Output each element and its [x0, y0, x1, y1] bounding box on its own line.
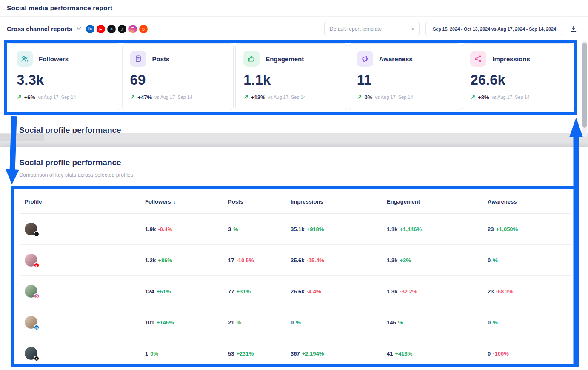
- table-row[interactable]: ♪ 1.9k-0.4% 3% 35.1k+918%: [20, 214, 571, 245]
- platform-badge-icon: [34, 293, 40, 299]
- download-icon[interactable]: [569, 25, 578, 33]
- channel-icon[interactable]: ♪: [118, 25, 126, 33]
- kpi-value: 26.6k: [470, 72, 566, 88]
- metric-change: %: [493, 319, 498, 326]
- posts-cell: 21%: [223, 307, 285, 338]
- engagement-cell: 41+413%: [382, 338, 482, 369]
- metric-change: +231%: [236, 350, 254, 357]
- avatar[interactable]: ▶: [25, 254, 37, 267]
- engagement-cell: 1.3k+3%: [382, 245, 482, 276]
- badge-glyph: ▶: [36, 264, 38, 267]
- channel-icon[interactable]: in: [86, 25, 94, 33]
- metric-change: +86%: [158, 257, 172, 264]
- kpi-value: 3.3k: [17, 72, 112, 88]
- kpi-label: Engagement: [265, 55, 304, 63]
- platform-badge-icon: X: [34, 356, 40, 361]
- metric-value: 53: [228, 350, 234, 357]
- kpi-comparison-period: vs Aug 17–Sep 14: [375, 95, 413, 100]
- followers-cell: 101+146%: [140, 307, 223, 338]
- table-row[interactable]: ▶ 1.2k+86% 17-10.5% 35.6k-15.4%: [20, 245, 571, 276]
- avatar[interactable]: [25, 285, 37, 298]
- channel-icon[interactable]: X: [107, 25, 116, 33]
- badge-glyph: [36, 295, 38, 298]
- kpi-change: +8%: [478, 94, 489, 100]
- column-header-engagement[interactable]: Engagement: [382, 190, 482, 214]
- metric-value: 0: [488, 257, 491, 264]
- report-toolbar: Cross channel reports in ▶ X ♪ ☺: [0, 20, 579, 37]
- kpi-comparison-period: vs Aug 17–Sep 14: [268, 95, 306, 100]
- metric-change: +1,050%: [496, 226, 518, 232]
- metric-change: +2,194%: [302, 350, 324, 357]
- kpi-comparison-period: vs Aug 17–Sep 14: [38, 95, 76, 100]
- kpi-card-posts: Posts 69 ↗ +47% vs Aug 17–Sep 14: [122, 43, 234, 110]
- column-header-followers[interactable]: Followers↓: [140, 190, 223, 214]
- table-row[interactable]: in 101+146% 21% 0%: [20, 307, 571, 338]
- posts-cell: 3%: [223, 214, 285, 245]
- trend-up-icon: ↗: [470, 94, 475, 100]
- metric-change: +918%: [307, 226, 324, 232]
- column-header-impressions[interactable]: Impressions: [285, 190, 382, 214]
- avatar[interactable]: in: [25, 316, 37, 329]
- metric-value: 23: [488, 226, 494, 232]
- trend-up-icon: ↗: [243, 94, 248, 100]
- kpi-cards-row: Followers 3.3k ↗ +6% vs Aug 17–Sep 14 Po…: [9, 43, 574, 110]
- metric-value: 17: [228, 257, 234, 264]
- profile-cell: [20, 276, 140, 307]
- channel-icon[interactable]: [128, 25, 137, 33]
- kpi-comparison-period: vs Aug 17–Sep 14: [492, 95, 530, 100]
- metric-change: %: [398, 319, 403, 326]
- table-header-row: Profile Followers↓ Posts Impressions Eng…: [20, 190, 571, 214]
- table-row[interactable]: X 10% 53+231% 367+2,194%: [20, 338, 571, 369]
- date-range-picker[interactable]: Sep 15, 2024 - Oct 13, 2024 vs Aug 17, 2…: [425, 22, 563, 36]
- metric-value: 1.9k: [145, 226, 156, 232]
- metric-change: +146%: [157, 319, 174, 326]
- sort-desc-icon: ↓: [173, 199, 176, 205]
- metric-change: -4.4%: [307, 288, 321, 295]
- channel-icon-list: in ▶ X ♪ ☺: [86, 25, 148, 33]
- trend-up-icon: ↗: [130, 94, 135, 100]
- metric-value: 41: [387, 350, 393, 357]
- channel-icon[interactable]: ☺: [139, 25, 148, 33]
- impressions-cell: 35.6k-15.4%: [285, 245, 382, 276]
- metric-change: -0.4%: [158, 226, 172, 232]
- trend-up-icon: ↗: [17, 94, 22, 100]
- metric-value: 1.1k: [387, 226, 397, 232]
- metric-value: 0: [488, 319, 491, 326]
- channel-icon[interactable]: ▶: [97, 25, 105, 33]
- column-header-posts[interactable]: Posts: [223, 190, 285, 214]
- platform-badge-icon: ▶: [34, 262, 40, 268]
- avatar[interactable]: X: [25, 347, 37, 360]
- scrollbar-thumb[interactable]: [582, 43, 587, 128]
- channel-glyph: [131, 27, 134, 31]
- cross-channel-reports-dropdown[interactable]: Cross channel reports: [7, 26, 72, 32]
- metric-change: %: [296, 319, 301, 326]
- kpi-value: 1.1k: [243, 72, 339, 88]
- platform-badge-icon: in: [34, 324, 40, 330]
- engagement-cell: 1.3k-32.2%: [382, 276, 482, 307]
- badge-glyph: ♪: [36, 233, 37, 236]
- avatar[interactable]: ♪: [25, 223, 37, 235]
- metric-change: %: [233, 226, 238, 232]
- metric-value: 1.2k: [145, 257, 156, 264]
- column-header-awareness[interactable]: Awareness: [482, 190, 571, 214]
- template-select[interactable]: Default report template ▾: [324, 22, 420, 36]
- metric-change: +1,446%: [400, 226, 422, 232]
- kpi-change: +6%: [24, 94, 35, 100]
- chevron-down-icon[interactable]: [77, 25, 81, 30]
- vertical-scrollbar[interactable]: [582, 41, 587, 137]
- kpi-card-awareness: Awareness 11 ↗ 0% vs Aug 17–Sep 14: [349, 43, 461, 110]
- metric-value: 35.1k: [291, 226, 305, 232]
- trend-up-icon: ↗: [357, 94, 362, 100]
- kpi-comparison-period: vs Aug 17–Sep 14: [154, 95, 192, 100]
- toolbar-right: Default report template ▾ Sep 15, 2024 -…: [324, 22, 578, 36]
- posts-cell: 77+31%: [223, 276, 285, 307]
- table-row[interactable]: 124+61% 77+31% 26.6k-4.4% 1.3k-32.2%: [20, 276, 571, 307]
- posts-cell: 53+231%: [223, 338, 285, 369]
- metric-value: 23: [488, 288, 494, 295]
- column-header-profile[interactable]: Profile: [20, 190, 140, 214]
- awareness-cell: 0%: [482, 307, 571, 338]
- profile-cell: X: [20, 338, 140, 369]
- profile-cell: in: [20, 307, 140, 338]
- kpi-label: Awareness: [379, 55, 413, 63]
- metric-change: +413%: [395, 350, 412, 357]
